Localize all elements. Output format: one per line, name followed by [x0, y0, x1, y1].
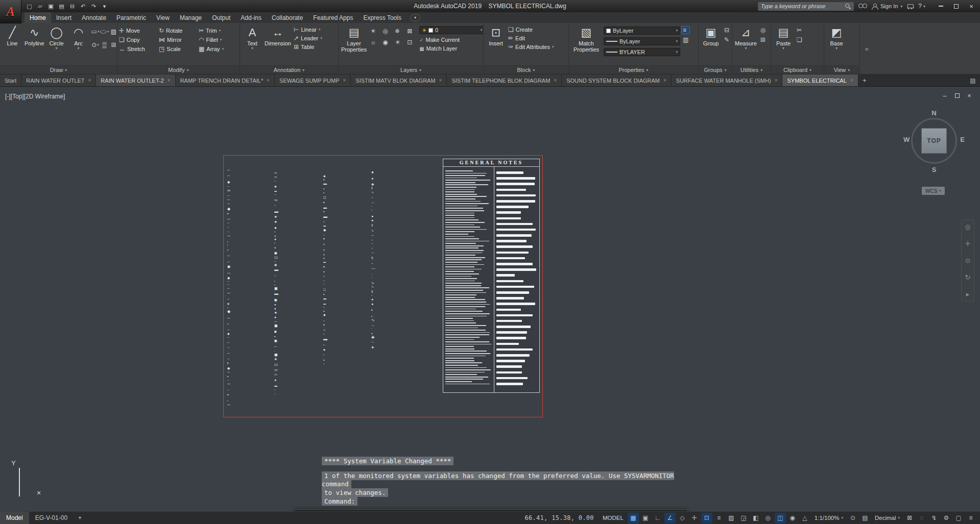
close-tab-icon[interactable]: ×: [775, 78, 778, 83]
close-button[interactable]: ×: [964, 0, 979, 12]
ribbon-tab-output[interactable]: Output: [207, 12, 235, 23]
fillet-button[interactable]: ◠Fillet▾: [199, 37, 238, 43]
file-tab-start[interactable]: Start: [0, 74, 21, 86]
ribbon-tab-manage[interactable]: Manage: [175, 12, 207, 23]
ellipse-button[interactable]: ◯▾: [99, 28, 110, 35]
orbit-icon[interactable]: ↻: [965, 273, 971, 281]
id-point-button[interactable]: ◎: [759, 27, 767, 34]
dimension-button[interactable]: ↔Dimension: [264, 24, 292, 51]
move-button[interactable]: ✛Move: [119, 28, 158, 34]
autoscale-icon[interactable]: △: [799, 513, 810, 523]
drawing-minimize-button[interactable]: –: [941, 92, 948, 99]
trim-button[interactable]: ✂Trim▾: [199, 28, 238, 34]
close-tab-icon[interactable]: ×: [343, 78, 346, 83]
leader-button[interactable]: ↗Leader▾: [294, 35, 322, 41]
close-tab-icon[interactable]: ×: [88, 78, 91, 83]
linetype-dropdown[interactable]: BYLAYER▾: [604, 48, 680, 56]
file-tab-sistim-matv-blok-diagram[interactable]: SISTIM MATV BLOK DIAGRAM×: [351, 74, 447, 86]
pan-icon[interactable]: ✛: [965, 240, 971, 247]
line-button[interactable]: ╱Line: [2, 24, 23, 51]
workspace-switching-icon[interactable]: ⚙: [941, 513, 952, 523]
edit-attributes-button[interactable]: ✑Edit Attributes▾: [508, 44, 554, 50]
file-tab-rain-water-outlet-2[interactable]: RAIN WATER OUTLET-2×: [96, 74, 175, 86]
clean-screen-icon[interactable]: ▢: [953, 513, 964, 523]
maximize-button[interactable]: [948, 0, 964, 12]
layer-properties-button[interactable]: ▤Layer Properties: [340, 24, 368, 53]
match-properties-button[interactable]: ▧Match Properties: [570, 24, 602, 53]
viewcube-top-face[interactable]: TOP: [921, 128, 947, 154]
qat-menu-icon[interactable]: ▾: [100, 2, 109, 11]
model-tab[interactable]: Model: [0, 512, 29, 524]
ribbon-tab-insert[interactable]: Insert: [51, 12, 77, 23]
close-tab-icon[interactable]: ×: [439, 78, 442, 83]
file-tab-sistim-telephone-blok-diagram[interactable]: SISTIM TELEPHONE BLOK DIAGRAM×: [447, 74, 562, 86]
new-layout-button[interactable]: +: [74, 512, 86, 524]
measure-button[interactable]: ⊿Measure▾: [734, 24, 758, 51]
model-space-toggle[interactable]: MODEL: [599, 512, 627, 524]
file-tab-ramp-trench-drain-detail[interactable]: RAMP TRENCH DRAIN DETAIL*×: [176, 74, 275, 86]
close-tab-icon[interactable]: ×: [663, 78, 666, 83]
isometric-drafting-icon[interactable]: ◇: [677, 513, 688, 523]
match-layer-button[interactable]: ▦ Match Layer: [419, 45, 484, 52]
make-current-button[interactable]: ✓ Make Current: [419, 37, 484, 43]
file-tab-sound-system-block-diagram[interactable]: SOUND SYSTEM BLOCK DIAGRAM×: [562, 74, 672, 86]
transparency-icon[interactable]: ▨: [726, 513, 737, 523]
paste-button[interactable]: ▤Paste▾: [773, 24, 794, 51]
ortho-mode-icon[interactable]: ∟: [652, 513, 663, 523]
panel-view-label[interactable]: View▾: [824, 65, 859, 74]
redo-icon[interactable]: ↷: [89, 2, 99, 11]
copy-button[interactable]: ❏Copy: [119, 37, 158, 43]
viewport-controls-label[interactable]: [-][Top][2D Wireframe]: [5, 93, 65, 100]
file-tab-surface-water-manhole-smh[interactable]: SURFACE WATER MANHOLE (SMH)×: [672, 74, 783, 86]
layout-tab[interactable]: EG-V-01-00: [29, 512, 74, 524]
object-color-dropdown[interactable]: ByLayer▾: [604, 27, 680, 35]
point-button[interactable]: ⊙▾: [90, 41, 100, 48]
annotation-monitor-icon[interactable]: ⊙: [847, 513, 858, 523]
search-icon[interactable]: [845, 4, 851, 9]
close-tab-icon[interactable]: ×: [554, 78, 557, 83]
wcs-dropdown[interactable]: WCS ▾: [922, 187, 945, 195]
viewcube-north[interactable]: N: [903, 109, 965, 117]
exchange-search-icon[interactable]: [858, 4, 867, 9]
open-file-icon[interactable]: ▱: [35, 2, 45, 11]
object-snap-icon[interactable]: ⊡: [701, 513, 712, 523]
edit-button[interactable]: ✏Edit: [508, 35, 554, 41]
panel-clipboard-label[interactable]: Clipboard▾: [771, 65, 824, 74]
base-button[interactable]: ◩Base▾: [826, 24, 847, 51]
panel-groups-label[interactable]: Groups▾: [699, 65, 732, 74]
group-edit-button[interactable]: ✎: [723, 36, 730, 43]
lineweight-icon[interactable]: ≡: [713, 513, 725, 523]
list-button[interactable]: ≡: [682, 27, 689, 34]
save-as-icon[interactable]: ▤: [57, 2, 66, 11]
close-tab-icon[interactable]: ×: [267, 78, 270, 83]
new-tab-button[interactable]: +: [858, 74, 871, 86]
create-button[interactable]: ❏Create: [508, 27, 554, 33]
plot-icon[interactable]: ⊟: [67, 2, 77, 11]
customization-menu-icon[interactable]: ≡: [965, 513, 976, 523]
sign-in-button[interactable]: Sign In ▾: [872, 3, 902, 9]
new-file-icon[interactable]: ▢: [25, 2, 34, 11]
ungroup-button[interactable]: ⊟: [723, 27, 730, 34]
undo-icon[interactable]: ↶: [78, 2, 88, 11]
arc-button[interactable]: ◠Arc▾: [68, 24, 89, 51]
close-tab-icon[interactable]: ×: [850, 78, 853, 83]
hatch-button[interactable]: ▨: [110, 28, 117, 35]
zoom-icon[interactable]: ⊙: [965, 257, 971, 264]
ribbon-tab-express-tools[interactable]: Express Tools: [358, 12, 406, 23]
viewcube-south[interactable]: S: [903, 166, 965, 173]
layer-lock-button[interactable]: ⊠: [406, 28, 418, 35]
layer-freeze-button[interactable]: ❄: [394, 28, 405, 35]
lineweight-dropdown[interactable]: ByLayer▾: [604, 37, 680, 45]
viewcube-east[interactable]: E: [960, 136, 965, 143]
help-button[interactable]: ? ▾: [918, 3, 925, 10]
quick-properties-icon[interactable]: ▤: [859, 513, 871, 523]
ribbon-tab-view[interactable]: View: [151, 12, 175, 23]
selection-cycling-icon[interactable]: ◲: [738, 513, 749, 523]
annotation-visibility-icon[interactable]: ◉: [787, 513, 798, 523]
array-button[interactable]: ▦Array▾: [199, 46, 238, 52]
dynamic-ucs-icon[interactable]: ◎: [762, 513, 774, 523]
ribbon-collapse-button[interactable]: ▾: [410, 14, 420, 21]
panel-properties-label[interactable]: Properties▾: [569, 65, 698, 74]
layer-combo[interactable]: ☀ 0 ▾: [419, 26, 484, 34]
group-button[interactable]: ▣Group: [700, 24, 722, 46]
